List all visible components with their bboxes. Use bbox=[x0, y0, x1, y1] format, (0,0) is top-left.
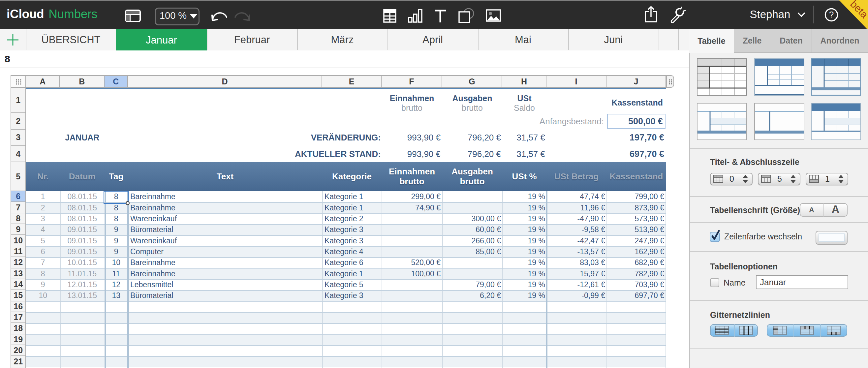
svg-text:?: ? bbox=[829, 9, 834, 20]
